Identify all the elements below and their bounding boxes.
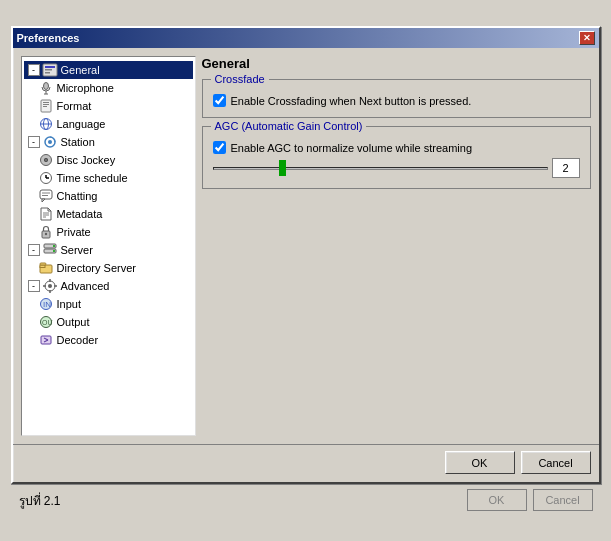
metadata-label: Metadata [57, 208, 103, 220]
decoder-icon [38, 332, 54, 348]
agc-slider-container [213, 167, 548, 170]
tree-item-chatting[interactable]: Chatting [24, 187, 193, 205]
tree-item-private[interactable]: Private [24, 223, 193, 241]
output-label: Output [57, 316, 90, 328]
svg-rect-9 [43, 104, 49, 105]
sub-ok-button: OK [467, 489, 527, 511]
preferences-window: Preferences ✕ - General Microphone [11, 26, 601, 484]
time-schedule-icon [38, 170, 54, 186]
crossfade-legend: Crossfade [211, 73, 269, 85]
agc-spinner: 2 [552, 158, 580, 178]
svg-rect-10 [43, 106, 47, 107]
agc-group: AGC (Automatic Gain Control) Enable AGC … [202, 126, 591, 189]
microphone-icon [38, 80, 54, 96]
svg-rect-8 [43, 102, 49, 103]
tree-item-advanced[interactable]: - Advanced [24, 277, 193, 295]
agc-label: Enable AGC to normalize volume while str… [231, 142, 473, 154]
expand-server[interactable]: - [28, 244, 40, 256]
svg-point-18 [45, 159, 46, 160]
svg-rect-1 [45, 66, 55, 68]
input-icon: IN [38, 296, 54, 312]
tree-item-format[interactable]: Format [24, 97, 193, 115]
expand-general[interactable]: - [28, 64, 40, 76]
tree-item-server[interactable]: - Server [24, 241, 193, 259]
tree-item-time-schedule[interactable]: Time schedule [24, 169, 193, 187]
close-button[interactable]: ✕ [579, 31, 595, 45]
svg-point-30 [44, 233, 46, 235]
sub-caption: รูปที่ 2.1 OK Cancel [11, 484, 601, 515]
title-bar-controls: ✕ [579, 31, 595, 45]
agc-checkbox-row: Enable AGC to normalize volume while str… [213, 141, 580, 154]
tree-item-directory-server[interactable]: Directory Server [24, 259, 193, 277]
tree-panel: - General Microphone Format [21, 56, 196, 436]
crossfade-checkbox[interactable] [213, 94, 226, 107]
svg-rect-2 [45, 69, 52, 71]
expand-station[interactable]: - [28, 136, 40, 148]
directory-server-label: Directory Server [57, 262, 136, 274]
svg-marker-23 [42, 199, 45, 202]
crossfade-checkbox-row: Enable Crossfading when Next button is p… [213, 94, 580, 107]
decoder-label: Decoder [57, 334, 99, 346]
chatting-icon [38, 188, 54, 204]
input-label: Input [57, 298, 81, 310]
disc-jockey-label: Disc Jockey [57, 154, 116, 166]
tree-item-disc-jockey[interactable]: Disc Jockey [24, 151, 193, 169]
metadata-icon [38, 206, 54, 222]
svg-point-34 [53, 250, 55, 252]
ok-button[interactable]: OK [445, 451, 515, 474]
content-title: General [202, 56, 591, 71]
window-title: Preferences [17, 32, 80, 44]
agc-slider[interactable] [213, 167, 548, 170]
private-label: Private [57, 226, 91, 238]
tree-item-decoder[interactable]: Decoder [24, 331, 193, 349]
format-label: Format [57, 100, 92, 112]
sub-cancel-button: Cancel [533, 489, 593, 511]
svg-rect-48 [41, 336, 51, 344]
station-icon [42, 134, 58, 150]
svg-point-4 [43, 83, 48, 90]
microphone-label: Microphone [57, 82, 114, 94]
svg-point-39 [48, 284, 52, 288]
agc-slider-row: 2 [213, 158, 580, 178]
private-icon [38, 224, 54, 240]
svg-point-33 [53, 245, 55, 247]
language-label: Language [57, 118, 106, 130]
station-label: Station [61, 136, 95, 148]
time-schedule-label: Time schedule [57, 172, 128, 184]
tree-item-microphone[interactable]: Microphone [24, 79, 193, 97]
general-label: General [61, 64, 100, 76]
svg-rect-22 [40, 190, 52, 199]
disc-jockey-icon [38, 152, 54, 168]
svg-rect-37 [40, 263, 46, 265]
tree-item-output[interactable]: OUT Output [24, 313, 193, 331]
title-bar: Preferences ✕ [13, 28, 599, 48]
advanced-label: Advanced [61, 280, 110, 292]
window-body: - General Microphone Format [13, 48, 599, 444]
svg-text:IN: IN [43, 300, 51, 309]
svg-rect-3 [45, 72, 50, 74]
tree-item-general[interactable]: - General [24, 61, 193, 79]
crossfade-label: Enable Crossfading when Next button is p… [231, 95, 472, 107]
language-icon [38, 116, 54, 132]
expand-advanced[interactable]: - [28, 280, 40, 292]
sub-caption-buttons: OK Cancel [467, 489, 593, 511]
crossfade-group: Crossfade Enable Crossfading when Next b… [202, 79, 591, 118]
advanced-icon [42, 278, 58, 294]
button-bar: OK Cancel [13, 444, 599, 482]
agc-legend: AGC (Automatic Gain Control) [211, 120, 367, 132]
server-icon [42, 242, 58, 258]
svg-text:OUT: OUT [42, 319, 53, 326]
sub-caption-text: รูปที่ 2.1 [19, 491, 61, 510]
content-panel: General Crossfade Enable Crossfading whe… [202, 56, 591, 436]
server-label: Server [61, 244, 93, 256]
output-icon: OUT [38, 314, 54, 330]
cancel-button[interactable]: Cancel [521, 451, 591, 474]
agc-checkbox[interactable] [213, 141, 226, 154]
chatting-label: Chatting [57, 190, 98, 202]
svg-point-15 [48, 140, 52, 144]
general-icon [42, 62, 58, 78]
tree-item-input[interactable]: IN Input [24, 295, 193, 313]
tree-item-metadata[interactable]: Metadata [24, 205, 193, 223]
tree-item-station[interactable]: - Station [24, 133, 193, 151]
tree-item-language[interactable]: Language [24, 115, 193, 133]
